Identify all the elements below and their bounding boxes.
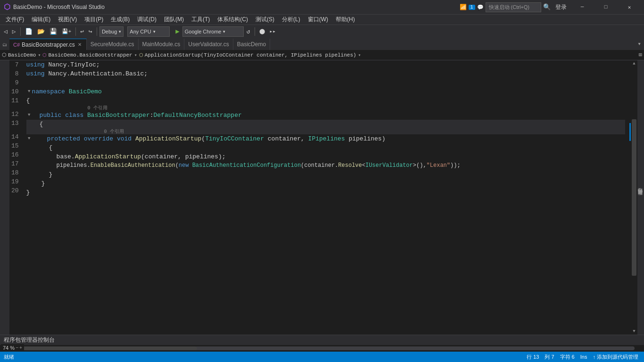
title-bar-controls: 📶 1 💬 快速启动 (Ctrl+Q) 🔍 登录 ─ □ ✕ [460,0,641,14]
status-bar: 就绪 行 13 列 7 字符 6 Ins ↑ 添加到源代码管理 [0,352,644,362]
status-char[interactable]: 字符 6 [558,354,577,361]
tab-main-module[interactable]: MainModule.cs [139,39,185,50]
tab-secure-module[interactable]: SecureModule.cs [87,39,139,50]
fold-marker-12[interactable]: ▼ [26,111,32,120]
zoom-increase[interactable]: + [19,346,22,351]
menu-test[interactable]: 测试(S) [252,15,278,25]
forward-button[interactable]: ▷ [10,27,18,36]
back-button[interactable]: ◁ [2,27,9,36]
code-line-15: { [26,143,625,152]
menu-build[interactable]: 生成(B) [107,15,133,25]
tab-user-validator[interactable]: UserValidator.cs [184,39,233,50]
title-bar-left: ⬡ BasicDemo - Microsoft Visual Studio [4,2,105,12]
vertical-scrollbar[interactable]: ▲ ▼ [631,60,637,335]
h-scroll-thumb[interactable] [9,346,197,350]
code-line-18: } [26,170,625,179]
tab-label-securemodule: SecureModule.cs [91,41,134,48]
fold-marker-10[interactable]: ▼ [26,87,32,96]
tab-basic-bootstrapper[interactable]: C# BasicBootstrapper.cs ✕ [9,39,87,50]
right-panel: 添加到源代码管理 [637,60,644,335]
quick-launch-box[interactable]: 快速启动 (Ctrl+Q) [486,2,541,12]
login-button[interactable]: 登录 [553,3,570,11]
editor-area[interactable]: 7 8 9 10 11 12 13 14 15 16 17 18 19 20 u… [9,60,637,335]
breakpoint-button[interactable]: ⬤ [257,27,267,35]
horizontal-scrollbar[interactable] [0,345,644,352]
more-toolbar[interactable]: ▸▸ [268,27,278,35]
breadcrumb-file-name: BasicDemo.BasicBootstrapper [48,52,132,58]
tab-bar: 🗂 C# BasicBootstrapper.cs ✕ SecureModule… [0,38,644,50]
code-line-11: { [26,96,625,105]
tab-basic-demo[interactable]: BasicDemo [233,39,270,50]
breadcrumb-method: ⬡ ApplicationStartup(TinyIoCContainer co… [139,52,356,58]
left-activity-bar [0,60,9,335]
solution-explorer-icon: 🗂 [0,40,9,50]
menu-file[interactable]: 文件(F) [2,15,28,25]
menu-help[interactable]: 帮助(H) [332,15,359,25]
play-button[interactable]: ▶ [173,26,181,36]
redo-button[interactable]: ↪ [87,27,94,36]
zoom-decrease[interactable]: − [16,346,18,351]
right-panel-label: 添加到源代码管理 [637,196,644,199]
code-line-14: ▼ protected override void ApplicationSta… [26,134,625,143]
open-file-button[interactable]: 📂 [35,27,47,36]
browser-arrow: ▾ [223,29,225,34]
browser-dropdown[interactable]: Google Chrome ▾ [182,26,244,37]
status-ins[interactable]: Ins [578,354,589,360]
search-icon[interactable]: 🔍 [543,3,551,11]
close-button[interactable]: ✕ [619,0,640,14]
scroll-up-button[interactable]: ▲ [631,60,637,67]
menu-project[interactable]: 项目(P) [81,15,107,25]
line-numbers: 7 8 9 10 11 12 13 14 15 16 17 18 19 20 [9,60,23,335]
code-line-20: } [26,188,625,197]
tab-bar-left: 🗂 [0,38,9,50]
status-right: 行 13 列 7 字符 6 Ins ↑ 添加到源代码管理 [525,354,640,361]
status-line[interactable]: 行 13 [525,354,541,361]
zoom-control: 74 % − + [1,344,24,352]
status-col[interactable]: 列 7 [543,354,556,361]
menu-window[interactable]: 窗口(W) [304,15,332,25]
code-editor[interactable]: using Nancy.TinyIoc; using Nancy.Authent… [23,60,629,335]
save-all-button[interactable]: 💾+ [60,27,74,35]
tab-close-basicbootstrapper[interactable]: ✕ [77,42,83,47]
tab-label-mainmodule: MainModule.cs [142,41,181,48]
code-line-10: ▼namespace BasicDemo [26,87,625,96]
menu-analyze[interactable]: 分析(L) [278,15,304,25]
scroll-down-button[interactable]: ▼ [631,328,637,335]
code-line-17: pipelines.EnableBasicAuthentication(new … [26,161,625,170]
cs-file-icon: C# [13,42,20,48]
menu-tools[interactable]: 工具(T) [188,15,214,25]
tab-scroll-right[interactable]: ▾ [635,40,644,48]
toolbar-sep3 [97,27,97,36]
tab-label-basicbootstrapper: BasicBootstrapper.cs [22,41,75,48]
menu-view[interactable]: 视图(V) [54,15,81,25]
fold-marker-14[interactable]: ▼ [26,134,32,143]
save-button[interactable]: 💾 [48,27,59,36]
menu-team[interactable]: 团队(M) [160,15,188,25]
scroll-track[interactable] [631,67,637,328]
code-line-12: ▼ public class BasicBootstrapper:Default… [26,111,625,120]
status-add-source[interactable]: ↑ 添加到源代码管理 [591,354,640,361]
new-file-button[interactable]: 📄 [23,27,34,36]
toolbar: ◁ ▷ 📄 📂 💾 💾+ ↩ ↪ Debug ▾ Any CPU ▾ ▶ Goo… [0,25,644,38]
breadcrumb-method-name: ApplicationStartup(TinyIoCContainer cont… [145,52,356,58]
undo-button[interactable]: ↩ [78,27,86,36]
menu-debug[interactable]: 调试(D) [133,15,160,25]
scroll-thumb[interactable] [632,119,636,276]
refresh-button[interactable]: ↺ [245,27,252,36]
toolbar-sep1 [20,27,21,36]
vs-logo-icon: ⬡ [4,2,10,12]
menu-architecture[interactable]: 体系结构(C) [214,15,252,25]
breadcrumb-arrow1: ▾ [38,52,41,58]
expand-icon[interactable]: ⊞ [639,51,642,58]
h-scroll-track[interactable] [9,346,635,350]
package-manager-label[interactable]: 程序包管理器控制台 [4,336,55,344]
debug-config-dropdown[interactable]: Debug ▾ [99,26,124,37]
minimize-button[interactable]: ─ [571,0,593,14]
restore-button[interactable]: □ [595,0,617,14]
menu-edit[interactable]: 编辑(E) [28,15,54,25]
code-line-8: using Nancy.Authentication.Basic; [26,69,625,78]
toolbar-sep4 [255,27,255,36]
breadcrumb-bar: ⬡ BasicDemo ▾ ⬡ BasicDemo.BasicBootstrap… [0,50,644,60]
platform-dropdown[interactable]: Any CPU ▾ [127,26,170,37]
notification-badge[interactable]: 1 [469,5,475,10]
